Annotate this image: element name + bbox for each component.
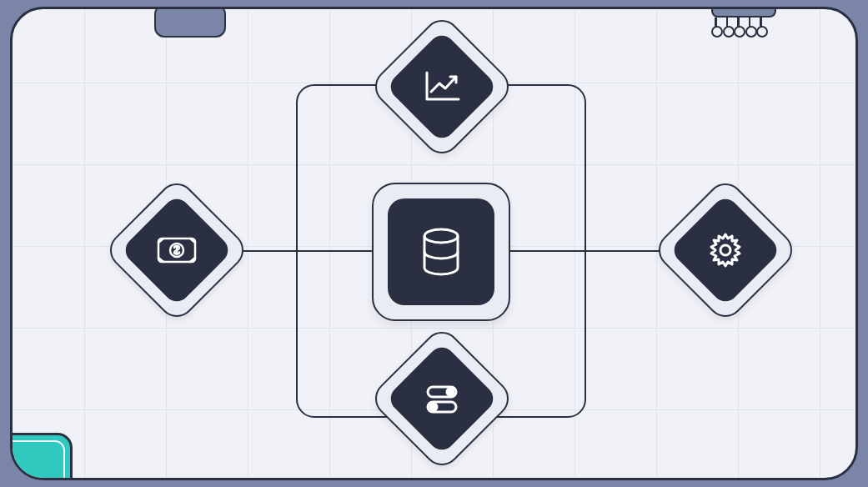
database-icon	[419, 228, 464, 276]
center-node-inner	[388, 198, 494, 305]
chip-decoration-right	[711, 7, 776, 18]
svg-point-4	[430, 404, 437, 410]
teal-corner-decoration	[10, 433, 73, 480]
toggles-icon	[423, 382, 461, 415]
node-left	[124, 198, 229, 303]
center-node	[372, 183, 510, 321]
money-icon	[156, 236, 198, 264]
diagram-panel	[10, 7, 858, 480]
node-bottom	[389, 346, 494, 451]
svg-point-0	[424, 229, 458, 243]
node-right	[673, 198, 778, 303]
svg-point-7	[720, 245, 730, 255]
node-top	[389, 34, 494, 139]
gear-icon	[706, 231, 745, 269]
chip-decoration-left	[154, 7, 226, 38]
svg-point-2	[447, 389, 454, 395]
chip-pins-right	[715, 18, 762, 29]
line-chart-icon	[423, 70, 461, 103]
